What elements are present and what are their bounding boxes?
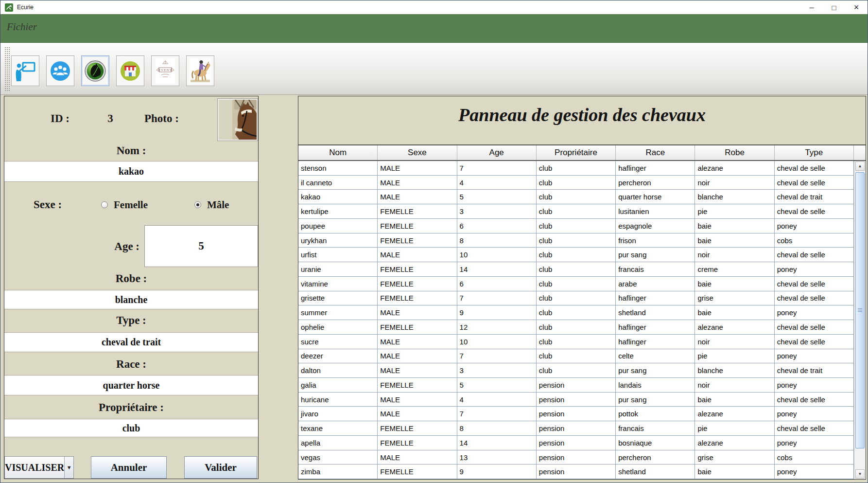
- radio-icon: [101, 201, 108, 208]
- id-label: ID :: [51, 112, 69, 125]
- table-row[interactable]: stensonMALE7clubhaflingeralezanecheval d…: [298, 161, 854, 176]
- toolbar-button-presenter[interactable]: [11, 55, 39, 86]
- table-cell: frison: [616, 233, 695, 248]
- table-cell: alezane: [695, 436, 774, 450]
- scroll-down-icon[interactable]: ▼: [855, 469, 865, 479]
- table-cell: pur sang: [616, 393, 695, 407]
- robe-field[interactable]: blanche: [4, 290, 258, 309]
- table-cell: 6: [457, 277, 537, 291]
- table-cell: 9: [457, 465, 537, 479]
- table-row[interactable]: vitamineFEMELLE6clubarabebaiecheval de s…: [298, 277, 854, 291]
- panel-title: Panneau de gestion des chevaux: [298, 104, 866, 125]
- table-cell: FEMELLE: [378, 421, 457, 435]
- type-field[interactable]: cheval de trait: [4, 332, 258, 352]
- table-row[interactable]: kakaoMALE5clubquarter horseblanchecheval…: [298, 190, 854, 204]
- visualiser-combobox[interactable]: VISUALISER ▼: [4, 456, 74, 479]
- table-cell: club: [537, 363, 616, 377]
- table-cell: apella: [298, 436, 378, 450]
- table-row[interactable]: huricaneMALE4pensionpur sangbaiecheval d…: [298, 393, 854, 407]
- race-field[interactable]: quarter horse: [4, 375, 258, 395]
- table-row[interactable]: daltonMALE3clubpur sangblanchecheval de …: [298, 363, 854, 378]
- column-header-nom[interactable]: Nom: [298, 145, 378, 160]
- table-row[interactable]: ophelieFEMELLE12clubhaflingeralezanechev…: [298, 320, 854, 335]
- table-cell: MALE: [378, 335, 457, 349]
- table-cell: 14: [457, 262, 537, 276]
- minimize-button[interactable]: ─: [800, 0, 823, 14]
- pony-rider-icon: [190, 58, 211, 84]
- table-row[interactable]: galiaFEMELLE5pensionlandaisnoirponey: [298, 378, 854, 393]
- table-row[interactable]: sucreMALE10clubhaflingernoircheval de se…: [298, 335, 854, 349]
- table-cell: poney: [775, 305, 854, 320]
- column-header-age[interactable]: Age: [457, 145, 537, 160]
- table-cell: 12: [457, 320, 537, 334]
- table-cell: pur sang: [616, 248, 695, 262]
- table-row[interactable]: zimbaFEMELLE9pensionshetlandbaieponey: [298, 465, 854, 479]
- toolbar-button-clients[interactable]: [46, 55, 74, 86]
- table-cell: dalton: [298, 363, 378, 377]
- table-cell: cheval de selle: [775, 248, 854, 262]
- scroll-up-icon[interactable]: ▲: [855, 161, 865, 171]
- column-header-race[interactable]: Race: [616, 145, 695, 160]
- table-row[interactable]: jivaroMALE7pensionpottokalezaneponey: [298, 407, 854, 421]
- table-row[interactable]: uranieFEMELLE14clubfrancaiscremeponey: [298, 262, 854, 277]
- menu-item-fichier[interactable]: Fichier: [7, 21, 37, 33]
- age-field[interactable]: 5: [144, 225, 258, 267]
- toolbar-button-events[interactable]: EVENT: [151, 55, 179, 86]
- nom-field[interactable]: kakao: [4, 161, 258, 182]
- table-row[interactable]: apellaFEMELLE14pensionbosniaquealezanepo…: [298, 436, 854, 450]
- radio-option-femelle[interactable]: Femelle: [101, 199, 148, 211]
- table-cell: pension: [537, 421, 616, 435]
- table-row[interactable]: kertulipeFEMELLE3clublusitanienpiecheval…: [298, 204, 854, 219]
- table-cell: grise: [695, 291, 774, 305]
- table-cell: noir: [695, 378, 774, 392]
- table-row[interactable]: summerMALE9clubshetlandbaieponey: [298, 305, 854, 320]
- radio-option-male[interactable]: Mâle: [194, 199, 229, 211]
- table-row[interactable]: urykhanFEMELLE8clubfrisonbaiecobs: [298, 233, 854, 248]
- table-row[interactable]: poupeeFEMELLE6clubespagnolebaieponey: [298, 219, 854, 233]
- table-row[interactable]: texaneFEMELLE8pensionfrancaispiecheval d…: [298, 421, 854, 436]
- toolbar-button-lessons[interactable]: [186, 55, 214, 86]
- table-row[interactable]: grisetteFEMELLE7clubhaflingergrisecheval…: [298, 291, 854, 306]
- table-cell: alezane: [695, 161, 774, 175]
- table-cell: 5: [457, 190, 537, 204]
- table-cell: 6: [457, 219, 537, 233]
- radio-label: Mâle: [207, 199, 229, 211]
- annuler-button[interactable]: Annuler: [91, 456, 167, 479]
- table-row[interactable]: deezerMALE7clubceltepieponey: [298, 349, 854, 364]
- toolbar-button-shop[interactable]: [116, 55, 144, 86]
- table-cell: MALE: [378, 393, 457, 407]
- table-body: stensonMALE7clubhaflingeralezanecheval d…: [298, 161, 854, 479]
- table-cell: MALE: [378, 161, 457, 175]
- column-header-robe[interactable]: Robe: [695, 145, 774, 160]
- table-cell: jivaro: [298, 407, 378, 421]
- table-cell: poney: [775, 407, 854, 421]
- valider-button[interactable]: Valider: [184, 456, 257, 479]
- table-cell: 9: [457, 305, 537, 320]
- toolbar-grip[interactable]: [4, 47, 11, 91]
- table-cell: 13: [457, 450, 537, 465]
- toolbar-button-horses[interactable]: [81, 55, 109, 86]
- table-cell: 4: [457, 393, 537, 407]
- table-cell: cheval de selle: [775, 335, 854, 349]
- horses-table: NomSexeAgePropriétaireRaceRobeType stens…: [298, 144, 854, 479]
- column-header-sexe[interactable]: Sexe: [378, 145, 457, 160]
- scrollbar-thumb[interactable]: [855, 172, 865, 448]
- vertical-scrollbar[interactable]: ▲ ▼: [854, 161, 866, 479]
- chevron-down-icon[interactable]: ▼: [64, 457, 73, 478]
- column-header-type[interactable]: Type: [775, 145, 854, 160]
- column-header-propriétaire[interactable]: Propriétaire: [537, 145, 616, 160]
- table-cell: FEMELLE: [378, 233, 457, 248]
- close-button[interactable]: ×: [845, 0, 868, 14]
- table-row[interactable]: vegasMALE13pensionpercherongrisecobs: [298, 450, 854, 465]
- sexe-label: Sexe :: [34, 198, 62, 211]
- table-cell: poney: [775, 349, 854, 363]
- table-row[interactable]: il cannetoMALE4clubpercheronnoircheval d…: [298, 176, 854, 190]
- table-row[interactable]: urfistMALE10clubpur sangnoircheval de se…: [298, 248, 854, 262]
- maximize-button[interactable]: □: [823, 0, 845, 14]
- scroll-corner: [854, 144, 866, 161]
- table-cell: pur sang: [616, 363, 695, 377]
- proprietaire-field[interactable]: club: [4, 419, 258, 437]
- table-cell: haflinger: [616, 161, 695, 175]
- table-cell: pension: [537, 450, 616, 465]
- table-cell: noir: [695, 248, 774, 262]
